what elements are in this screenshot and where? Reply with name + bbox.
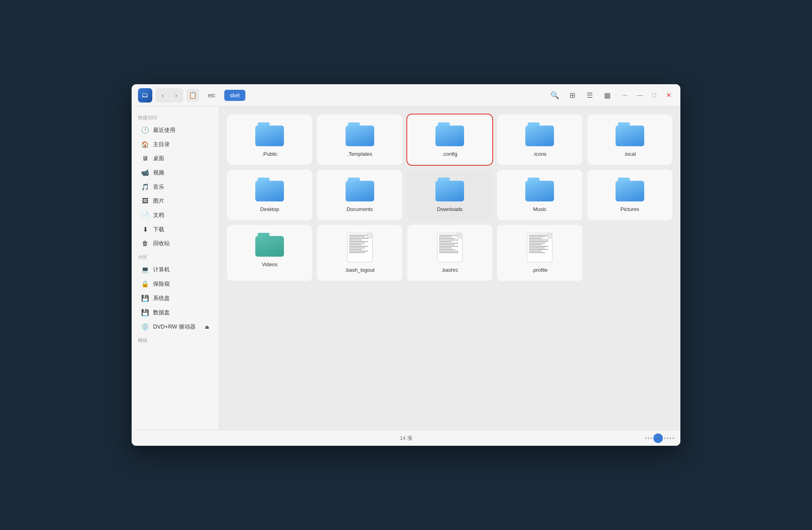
sidebar-item-video[interactable]: 📹 视频 [135,166,216,180]
text-line [349,249,362,250]
file-item-bash-logout[interactable]: .bash_logout [317,225,402,281]
text-line [439,240,458,240]
sidebar-item-datadisk[interactable]: 💾 数据盘 [135,306,216,319]
file-item-videos-folder[interactable]: Videos [227,225,312,281]
breadcrumb-skel[interactable]: skel [224,90,245,101]
sidebar-item-datadisk-label: 数据盘 [153,309,170,316]
sidebar-item-trash-label: 回收站 [153,240,170,247]
zoom-dots [645,433,674,443]
file-label-profile: .profile [532,267,548,273]
folder-icon-documents [346,178,374,201]
sidebar-item-dvd[interactable]: 💿 DVD+RW 驱动器 ⏏ [135,320,216,334]
sidebar-item-downloads[interactable]: ⬇ 下载 [135,222,216,236]
sidebar-item-recent[interactable]: 🕐 最近使用 [135,123,216,137]
folder-icon-templates [346,122,374,146]
file-label-icons: .icons [533,151,546,157]
sidebar-item-sysdisk-label: 系统盘 [153,295,170,302]
text-file-icon-bash-logout [347,233,373,262]
sidebar-item-home[interactable]: 🏠 主目录 [135,137,216,151]
history-button[interactable]: 📋 [186,89,199,102]
file-item-templates[interactable]: .Templates [317,114,402,165]
quickaccess-label: 快捷访问 [132,111,219,123]
sidebar-item-computer-label: 计算机 [153,266,170,273]
file-item-public[interactable]: .Public [227,114,312,165]
text-line [439,236,452,237]
downloads-icon: ⬇ [141,226,149,233]
grid-view-button[interactable]: ⊞ [566,89,579,102]
text-line [439,251,458,251]
sidebar-item-trash[interactable]: 🗑 回收站 [135,237,216,250]
zoom-dot-active [653,433,663,443]
forward-button[interactable]: › [170,89,183,102]
file-label-music: Music [533,206,546,212]
pictures-icon: 🖼 [141,197,149,205]
text-line [349,236,365,237]
search-button[interactable]: 🔍 [548,89,561,102]
text-line [529,241,548,242]
file-label-bash-logout: .bash_logout [345,267,374,273]
sidebar-item-desktop[interactable]: 🖥 桌面 [135,152,216,165]
file-label-local: .local [624,151,636,157]
text-line [529,251,542,251]
file-item-downloads-folder[interactable]: Downloads [407,170,492,220]
text-line [349,243,365,244]
folder-icon-desktop [255,178,284,201]
folder-icon-videos [255,233,284,257]
computer-icon: 💻 [141,266,149,273]
zoom-dot-1 [645,437,647,439]
desktop-icon: 🖥 [141,155,149,162]
file-item-documents-folder[interactable]: Documents [317,170,402,220]
zoom-dot-5 [664,437,666,439]
file-manager-window: 🗂 ‹ › 📋 etc skel 🔍 ⊞ ☰ ▦ ··· — □ ✕ 快捷访问 … [132,84,680,446]
text-line [529,252,545,253]
back-button[interactable]: ‹ [156,89,169,102]
detail-view-button[interactable]: ▦ [601,89,614,102]
file-label-bashrc: .bashrc [441,267,458,273]
item-count: 14 项 [400,435,412,442]
maximize-button[interactable]: □ [649,90,660,101]
zoom-dot-8 [672,437,674,439]
sidebar-item-music-label: 音乐 [153,184,164,191]
statusbar: 14 项 [132,430,680,446]
sidebar-item-downloads-label: 下载 [153,226,164,233]
sidebar-item-pictures[interactable]: 🖼 图片 [135,194,216,208]
file-item-icons[interactable]: .icons [497,114,582,165]
text-line [439,241,452,242]
trash-icon: 🗑 [141,240,149,247]
file-item-bashrc[interactable]: .bashrc [407,225,492,281]
text-line [439,235,458,236]
sidebar-item-music[interactable]: 🎵 音乐 [135,180,216,194]
sidebar-item-computer[interactable]: 💻 计算机 [135,263,216,277]
sidebar-item-documents[interactable]: 📄 文档 [135,208,216,222]
text-line [439,244,455,245]
file-item-profile[interactable]: .profile [497,225,582,281]
file-item-pictures-folder[interactable]: Pictures [587,170,672,220]
text-line [439,252,458,253]
zoom-dot-2 [648,437,649,439]
file-item-local[interactable]: .local [587,114,672,165]
sidebar-item-sysdisk[interactable]: 💾 系统盘 [135,291,216,305]
text-line [349,246,369,247]
video-icon: 📹 [141,169,149,176]
sysdisk-icon: 💾 [141,294,149,302]
folder-icon-icons [525,122,554,146]
file-item-desktop-folder[interactable]: Desktop [227,170,312,220]
documents-icon: 📄 [141,211,149,219]
minimize-button[interactable]: — [634,90,645,101]
text-line [529,238,542,239]
list-view-button[interactable]: ☰ [583,89,596,102]
file-label-documents: Documents [347,206,373,212]
file-item-config[interactable]: .config [407,114,492,165]
zoom-dot-6 [667,437,668,439]
file-item-music-folder[interactable]: Music [497,170,582,220]
app-icon: 🗂 [138,88,152,103]
text-line [529,248,545,248]
titlebar: 🗂 ‹ › 📋 etc skel 🔍 ⊞ ☰ ▦ ··· — □ ✕ [132,84,680,106]
music-icon: 🎵 [141,183,149,191]
text-line [529,235,548,236]
close-button[interactable]: ✕ [663,90,674,101]
more-button[interactable]: ··· [618,89,631,102]
breadcrumb-etc[interactable]: etc [202,90,221,101]
folder-icon-music [525,178,554,201]
sidebar-item-vault[interactable]: 🔒 保险箱 [135,277,216,291]
